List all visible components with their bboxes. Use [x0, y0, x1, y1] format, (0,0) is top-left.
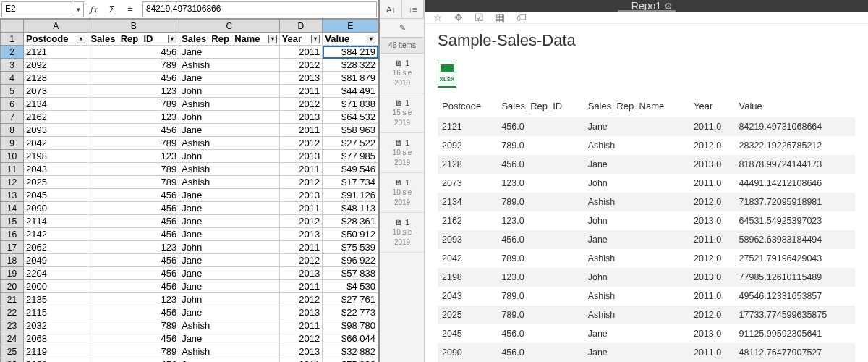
cell[interactable]: 789	[88, 137, 179, 150]
cell[interactable]: 2012	[279, 59, 323, 72]
col-header-D[interactable]: D	[279, 20, 323, 33]
row-header-24[interactable]: 24	[1, 332, 24, 345]
repo-col-header[interactable]: Value	[735, 95, 855, 117]
cell[interactable]: John	[179, 293, 279, 306]
cell[interactable]: 2011	[279, 280, 323, 293]
cell[interactable]: Jane	[179, 189, 279, 202]
row-header-16[interactable]: 16	[1, 228, 24, 241]
cell[interactable]: $4 530	[323, 280, 378, 293]
cell[interactable]: 2032	[23, 319, 88, 332]
cell[interactable]: 456	[88, 332, 179, 345]
cell[interactable]: 2073	[23, 85, 88, 98]
cell[interactable]: 2011	[279, 358, 323, 363]
cell[interactable]: $91 126	[323, 189, 378, 202]
cell[interactable]: Jane	[179, 228, 279, 241]
timeline-entry[interactable]: 🗎 115 sie2019	[380, 93, 424, 133]
cell[interactable]: 456	[88, 189, 179, 202]
cell[interactable]: Jane	[179, 72, 279, 85]
cell[interactable]: Jane	[179, 254, 279, 267]
cell[interactable]: 123	[88, 150, 179, 163]
cell[interactable]: 2011	[279, 202, 323, 215]
cell[interactable]: 2013	[279, 267, 323, 280]
cell[interactable]: Jane	[179, 267, 279, 280]
cell[interactable]: Ashish	[179, 137, 279, 150]
row-header-13[interactable]: 13	[1, 189, 24, 202]
row-header-7[interactable]: 7	[1, 111, 24, 124]
row-header-22[interactable]: 22	[1, 306, 24, 319]
cell[interactable]: Ashish	[179, 345, 279, 358]
cell[interactable]: 789	[88, 176, 179, 189]
cell[interactable]: 789	[88, 59, 179, 72]
row-header-25[interactable]: 25	[1, 345, 24, 358]
cell[interactable]: $75 539	[323, 241, 378, 254]
cell[interactable]: 2135	[23, 293, 88, 306]
cell[interactable]: 2011	[279, 124, 323, 137]
filter-toggle-icon[interactable]: ▾	[77, 35, 85, 43]
cell[interactable]: 2092	[23, 59, 88, 72]
corner-cell[interactable]	[1, 20, 24, 33]
edit-icon[interactable]: ✎	[380, 19, 424, 38]
cell[interactable]: Ashish	[179, 59, 279, 72]
header-cell[interactable]: Sales_Rep_ID▾	[88, 33, 179, 46]
cell-reference-input[interactable]: E2	[1, 1, 72, 17]
cell[interactable]: 456	[88, 358, 179, 363]
table-row[interactable]: 2042789.0Ashish2012.027521.79196429043	[438, 249, 855, 268]
cell[interactable]: 2115	[23, 306, 88, 319]
repo-col-header[interactable]: Sales_Rep_Name	[584, 95, 689, 117]
table-row[interactable]: 2073123.0John2011.044491.14212108646	[438, 174, 855, 193]
equals-icon[interactable]: =	[122, 1, 138, 17]
cell[interactable]: 2011	[279, 163, 323, 176]
cell[interactable]: 2049	[23, 254, 88, 267]
row-header-14[interactable]: 14	[1, 202, 24, 215]
cell[interactable]: 2198	[23, 150, 88, 163]
cell[interactable]: 2013	[279, 72, 323, 85]
cell[interactable]: Ashish	[179, 176, 279, 189]
cell[interactable]: $48 113	[323, 202, 378, 215]
spreadsheet-grid[interactable]: ABCDE1Postcode▾Sales_Rep_ID▾Sales_Rep_Na…	[0, 19, 378, 362]
table-row[interactable]: 2045456.0Jane2013.091125.99592305641	[438, 324, 855, 343]
cell[interactable]: 2121	[23, 46, 88, 59]
cell[interactable]: 2012	[279, 293, 323, 306]
row-header-15[interactable]: 15	[1, 215, 24, 228]
row-header-26[interactable]: 26	[1, 358, 24, 363]
table-row[interactable]: 2090456.0Jane2011.048112.76477907527	[438, 343, 855, 362]
cell[interactable]: 2012	[279, 332, 323, 345]
cell[interactable]: $98 780	[323, 319, 378, 332]
cell[interactable]: $71 838	[323, 98, 378, 111]
cell[interactable]: 456	[88, 267, 179, 280]
calendar-icon[interactable]: ▦	[495, 12, 505, 23]
cell[interactable]: 456	[88, 46, 179, 59]
col-header-B[interactable]: B	[88, 20, 179, 33]
cell[interactable]: 456	[88, 306, 179, 319]
table-row[interactable]: 2092789.0Ashish2012.028322.19226785212	[438, 136, 855, 155]
cell[interactable]: 2013	[279, 111, 323, 124]
tag-icon[interactable]: 🏷	[516, 12, 527, 23]
move-icon[interactable]: ✥	[454, 12, 463, 23]
cell[interactable]: 2060	[23, 358, 88, 363]
row-header-1[interactable]: 1	[1, 33, 24, 46]
cell[interactable]: $27 522	[323, 137, 378, 150]
cell[interactable]: $27 761	[323, 293, 378, 306]
cell[interactable]: 2114	[23, 215, 88, 228]
cell[interactable]: 2012	[279, 137, 323, 150]
cell[interactable]: Jane	[179, 215, 279, 228]
cell[interactable]: 2012	[279, 176, 323, 189]
cell[interactable]: 456	[88, 202, 179, 215]
cell[interactable]: $66 044	[323, 332, 378, 345]
filter-toggle-icon[interactable]: ▾	[311, 35, 320, 43]
row-header-2[interactable]: 2	[1, 46, 24, 59]
cell[interactable]: 2013	[279, 228, 323, 241]
cell[interactable]: $84 219	[323, 46, 378, 59]
table-row[interactable]: 2043789.0Ashish2011.049546.12331653857	[438, 287, 855, 306]
row-header-6[interactable]: 6	[1, 98, 24, 111]
cell[interactable]: 789	[88, 163, 179, 176]
sum-icon[interactable]: Σ	[104, 1, 120, 17]
cell[interactable]: 456	[88, 124, 179, 137]
cell[interactable]: 2204	[23, 267, 88, 280]
table-row[interactable]: 2121456.0Jane2011.084219.49731068664	[438, 117, 855, 136]
cell[interactable]: 123	[88, 111, 179, 124]
cell[interactable]: 2000	[23, 280, 88, 293]
table-row[interactable]: 2093456.0Jane2011.058962.63983184494	[438, 230, 855, 249]
cell[interactable]: 2011	[279, 241, 323, 254]
cell[interactable]: 2128	[23, 72, 88, 85]
